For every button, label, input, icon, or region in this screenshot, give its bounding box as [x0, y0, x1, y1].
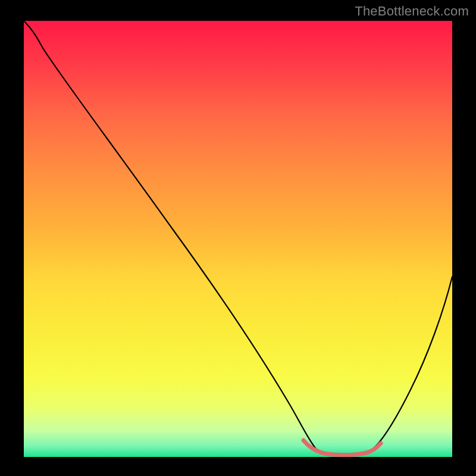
curve-path — [24, 21, 452, 455]
chart-frame: TheBottleneck.com — [0, 0, 476, 476]
curve-highlight — [303, 440, 381, 455]
bottleneck-curve — [24, 21, 452, 457]
watermark-text: TheBottleneck.com — [355, 4, 469, 19]
plot-area — [24, 21, 452, 457]
